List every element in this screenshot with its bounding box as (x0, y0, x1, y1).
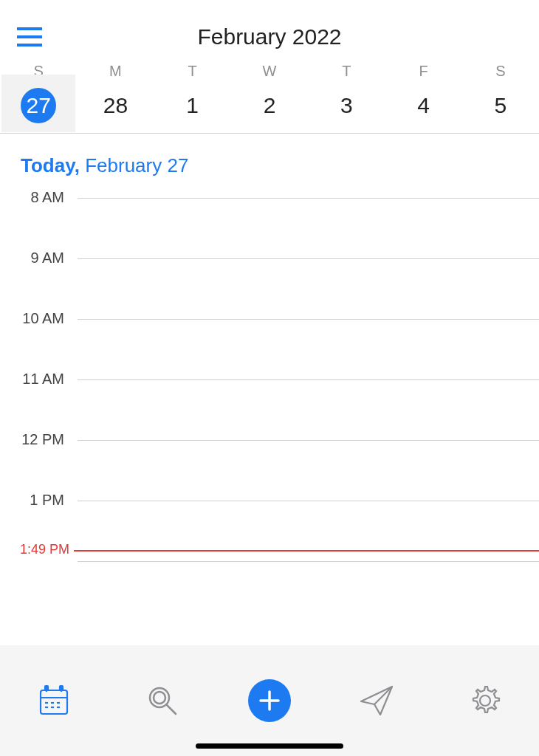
svg-point-16 (154, 692, 165, 704)
page-title: February 2022 (0, 24, 539, 49)
date-num: 3 (340, 93, 353, 118)
date-cell-27[interactable]: 27 (0, 93, 77, 118)
svg-line-20 (374, 687, 392, 704)
svg-point-21 (480, 695, 490, 706)
hour-line (78, 319, 539, 320)
date-cell-1[interactable]: 1 (154, 93, 231, 118)
paper-plane-icon (358, 682, 395, 719)
bottom-toolbar (0, 645, 539, 756)
day-letter: T (154, 63, 231, 80)
hour-label: 12 PM (0, 431, 70, 448)
day-letter: M (77, 63, 154, 80)
date-num: 27 (26, 93, 50, 118)
calendar-icon (36, 683, 72, 718)
date-num: 5 (494, 93, 507, 118)
hour-line (78, 198, 539, 199)
gear-icon (467, 683, 503, 718)
hour-label: 11 AM (0, 371, 70, 388)
send-button[interactable] (354, 678, 399, 723)
date-num: 1 (186, 93, 199, 118)
add-event-button[interactable] (248, 679, 291, 722)
hour-line (78, 501, 539, 501)
hour-row: 9 AM (0, 258, 539, 319)
date-cell-28[interactable]: 28 (77, 93, 154, 118)
hour-row: 10 AM (0, 319, 539, 379)
day-letter: T (308, 63, 385, 80)
agenda-date: February 27 (85, 154, 188, 176)
hour-label: 10 AM (0, 310, 70, 327)
week-strip: S M T W T F S 27 28 1 2 3 4 5 (0, 59, 539, 134)
settings-button[interactable] (463, 678, 507, 723)
calendar-button[interactable] (32, 678, 76, 723)
hour-row: 8 AM (0, 198, 539, 258)
hour-line (78, 258, 539, 259)
now-rule (74, 550, 539, 551)
menu-icon (17, 27, 42, 47)
hour-label: 8 AM (0, 189, 70, 206)
hour-row: 11 AM (0, 379, 539, 440)
search-icon (145, 683, 180, 718)
today-label: Today, (21, 154, 80, 176)
plus-icon (258, 690, 281, 712)
day-letter: W (231, 63, 308, 80)
hour-line (78, 561, 539, 562)
day-letters-row: S M T W T F S (0, 63, 539, 80)
now-time-label: 1:49 PM (0, 542, 74, 557)
hour-row: 12 PM (0, 440, 539, 501)
day-letter: F (385, 63, 461, 80)
hour-label: 9 AM (0, 250, 70, 267)
menu-button[interactable] (15, 22, 44, 52)
svg-line-17 (167, 705, 176, 714)
home-indicator[interactable] (196, 743, 343, 749)
date-cell-2[interactable]: 2 (231, 93, 308, 118)
date-cell-4[interactable]: 4 (385, 93, 461, 118)
date-cell-5[interactable]: 5 (462, 93, 539, 118)
search-button[interactable] (140, 678, 185, 723)
agenda-area[interactable]: Today, February 27 8 AM 9 AM 10 AM 11 AM… (0, 134, 539, 645)
day-letter: S (462, 63, 539, 80)
dates-row: 27 28 1 2 3 4 5 (0, 93, 539, 118)
date-cell-3[interactable]: 3 (308, 93, 385, 118)
hour-line (78, 379, 539, 380)
hours-grid: 8 AM 9 AM 10 AM 11 AM 12 PM 1 PM 1:49 PM (0, 198, 539, 561)
hour-row: 1 PM (0, 501, 539, 561)
hour-line (78, 440, 539, 441)
agenda-title: Today, February 27 (0, 134, 539, 190)
date-num: 4 (417, 93, 430, 118)
date-num: 2 (264, 93, 276, 118)
hour-label: 1 PM (0, 492, 70, 509)
date-num: 28 (103, 93, 128, 118)
